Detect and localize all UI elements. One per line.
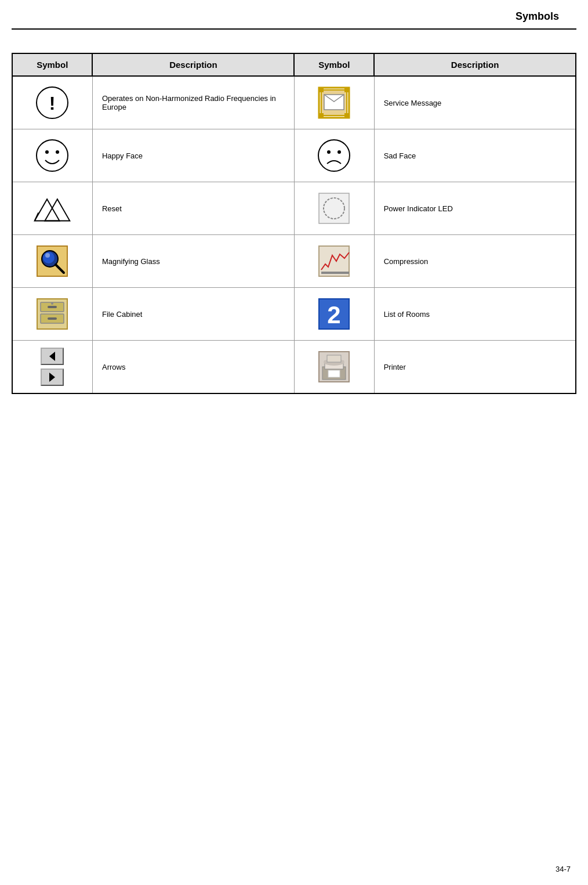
desc-cell-magnifying-glass: Magnifying Glass [92,235,294,288]
exclamation-icon: ! [35,85,70,120]
svg-text:!: ! [49,93,56,114]
power-led-icon [317,191,351,226]
table-row: File Cabinet 2 List of Rooms [12,288,576,341]
col-header-desc1: Description [92,53,294,76]
file-cabinet-icon [35,297,70,331]
symbol-cell-service-msg [294,76,374,129]
sad-face-icon [317,138,351,173]
svg-rect-30 [48,306,57,308]
symbol-cell-arrows [12,341,92,394]
desc-cell-printer: Printer [374,341,576,394]
desc-cell-happy-face: Happy Face [92,129,294,182]
svg-rect-26 [321,272,349,274]
svg-rect-42 [328,370,340,377]
svg-point-10 [45,150,49,154]
svg-point-24 [45,253,50,258]
svg-rect-31 [48,317,57,320]
svg-rect-8 [344,113,349,118]
printer-icon [317,349,351,384]
happy-face-icon [35,138,70,173]
svg-rect-7 [319,113,324,118]
svg-marker-36 [49,373,55,382]
desc-cell-power-led: Power Indicator LED [374,182,576,235]
symbol-cell-magnifying-glass [12,235,92,288]
svg-point-32 [51,302,53,305]
svg-point-11 [56,150,59,154]
symbol-cell-exclamation: ! [12,76,92,129]
symbol-cell-list-rooms: 2 [294,288,374,341]
svg-point-9 [37,140,68,171]
svg-marker-35 [49,352,55,361]
symbol-cell-compression [294,235,374,288]
svg-point-12 [318,140,350,171]
arrows-icon [41,348,64,386]
svg-line-17 [35,212,39,221]
table-row: Arrows [12,341,576,394]
symbol-cell-happy-face [12,129,92,182]
reset-icon [32,193,72,225]
table-row: ! Operates on Non-Harmonized Radio Frequ… [12,76,576,129]
table-row: Happy Face Sad Face [12,129,576,182]
symbol-cell-sad-face [294,129,374,182]
col-header-symbol2: Symbol [294,53,374,76]
magnifying-glass-icon [35,244,70,279]
compression-icon [317,244,351,279]
right-arrow-icon [41,369,64,386]
table-row: Magnifying Glass Compression [12,235,576,288]
col-header-symbol1: Symbol [12,53,92,76]
desc-cell-arrows: Arrows [92,341,294,394]
page-footer: 34-7 [556,865,571,873]
col-header-desc2: Description [374,53,576,76]
desc-cell-file-cabinet: File Cabinet [92,288,294,341]
svg-rect-41 [327,355,341,362]
svg-point-13 [327,150,331,154]
service-message-icon [317,85,351,120]
desc-cell-list-rooms: List of Rooms [374,288,576,341]
list-rooms-icon: 2 [317,297,351,331]
svg-rect-5 [319,88,324,92]
svg-text:2: 2 [328,301,341,328]
symbol-cell-power-led [294,182,374,235]
left-arrow-icon [41,348,64,365]
page-title: Symbols [12,0,576,30]
symbol-cell-printer [294,341,374,394]
symbols-table: Symbol Description Symbol Description ! [12,53,576,394]
symbols-table-container: Symbol Description Symbol Description ! [12,53,576,394]
symbol-cell-reset [12,182,92,235]
table-row: Reset Power Indicator LED [12,182,576,235]
desc-cell-exclamation: Operates on Non-Harmonized Radio Frequen… [92,76,294,129]
desc-cell-service-msg: Service Message [374,76,576,129]
symbol-cell-file-cabinet [12,288,92,341]
svg-point-14 [337,150,341,154]
desc-cell-sad-face: Sad Face [374,129,576,182]
desc-cell-reset: Reset [92,182,294,235]
desc-cell-compression: Compression [374,235,576,288]
svg-rect-6 [344,88,349,92]
